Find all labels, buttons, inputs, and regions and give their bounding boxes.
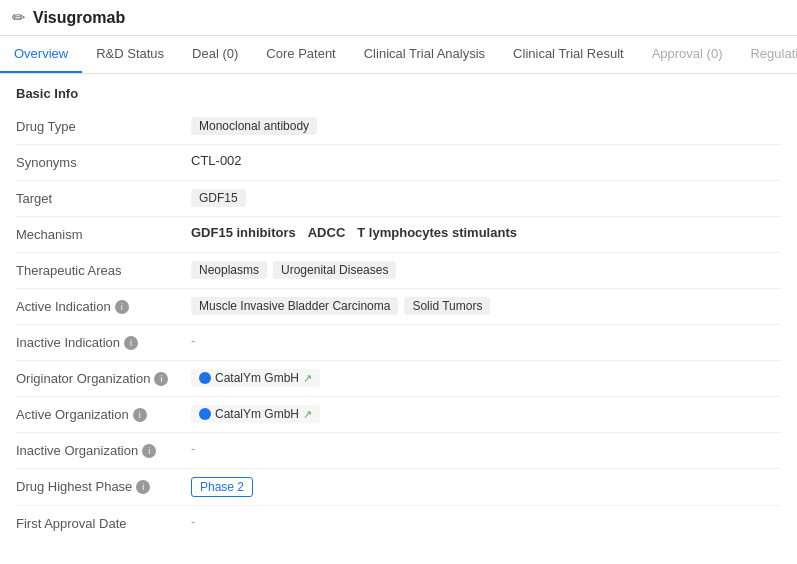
value-drug-highest-phase: Phase 2 (191, 477, 781, 497)
org-icon (199, 372, 211, 384)
value-first-approval-date: - (191, 514, 781, 529)
label-drug-highest-phase: Drug Highest Phasei (16, 477, 191, 494)
value-synonyms: CTL-002 (191, 153, 781, 168)
org-link-icon[interactable]: ↗ (303, 372, 312, 385)
tab-clinical-trial-result[interactable]: Clinical Trial Result (499, 36, 638, 73)
label-first-approval-date: First Approval Date (16, 514, 191, 531)
label-inactive-indication: Inactive Indicationi (16, 333, 191, 350)
tag-active-indication: Solid Tumors (404, 297, 490, 315)
value-target: GDF15 (191, 189, 781, 207)
row-drug-type: Drug TypeMonoclonal antibody (16, 109, 781, 145)
label-therapeutic-areas: Therapeutic Areas (16, 261, 191, 278)
label-active-indication: Active Indicationi (16, 297, 191, 314)
dash-inactive-organization: - (191, 441, 195, 456)
tab-rd-status[interactable]: R&D Status (82, 36, 178, 73)
logo-icon: ✏ (12, 8, 25, 27)
app-header: ✏ Visugromab (0, 0, 797, 36)
row-active-indication: Active IndicationiMuscle Invasive Bladde… (16, 289, 781, 325)
row-active-organization: Active OrganizationiCatalYm GmbH↗ (16, 397, 781, 433)
mechanism-item-2: T lymphocytes stimulants (357, 225, 517, 240)
mechanism-item-1: ADCC (308, 225, 346, 240)
help-icon-originator-organization[interactable]: i (154, 372, 168, 386)
label-originator-organization: Originator Organizationi (16, 369, 191, 386)
tab-bar: OverviewR&D StatusDeal (0)Core PatentCli… (0, 36, 797, 74)
tag-active-indication: Muscle Invasive Bladder Carcinoma (191, 297, 398, 315)
label-drug-type: Drug Type (16, 117, 191, 134)
value-active-indication: Muscle Invasive Bladder CarcinomaSolid T… (191, 297, 781, 315)
row-first-approval-date: First Approval Date- (16, 506, 781, 542)
tab-deal[interactable]: Deal (0) (178, 36, 252, 73)
value-drug-type: Monoclonal antibody (191, 117, 781, 135)
value-originator-organization: CatalYm GmbH↗ (191, 369, 781, 387)
org-chip-originator-organization[interactable]: CatalYm GmbH↗ (191, 369, 320, 387)
org-name: CatalYm GmbH (215, 407, 299, 421)
row-originator-organization: Originator OrganizationiCatalYm GmbH↗ (16, 361, 781, 397)
label-synonyms: Synonyms (16, 153, 191, 170)
value-therapeutic-areas: NeoplasmsUrogenital Diseases (191, 261, 781, 279)
help-icon-inactive-indication[interactable]: i (124, 336, 138, 350)
org-icon (199, 408, 211, 420)
tab-overview[interactable]: Overview (0, 36, 82, 73)
help-icon-active-indication[interactable]: i (115, 300, 129, 314)
row-inactive-indication: Inactive Indicationi- (16, 325, 781, 361)
tag-drug-type: Monoclonal antibody (191, 117, 317, 135)
mechanism-item-0: GDF15 inhibitors (191, 225, 296, 240)
value-inactive-indication: - (191, 333, 781, 348)
text-synonyms: CTL-002 (191, 153, 242, 168)
value-active-organization: CatalYm GmbH↗ (191, 405, 781, 423)
label-active-organization: Active Organizationi (16, 405, 191, 422)
org-name: CatalYm GmbH (215, 371, 299, 385)
org-chip-active-organization[interactable]: CatalYm GmbH↗ (191, 405, 320, 423)
phase-tag[interactable]: Phase 2 (191, 477, 253, 497)
tag-target: GDF15 (191, 189, 246, 207)
drug-name: Visugromab (33, 9, 125, 27)
row-target: TargetGDF15 (16, 181, 781, 217)
row-drug-highest-phase: Drug Highest PhaseiPhase 2 (16, 469, 781, 506)
value-mechanism: GDF15 inhibitors ADCC T lymphocytes stim… (191, 225, 781, 240)
dash-first-approval-date: - (191, 514, 195, 529)
help-icon-inactive-organization[interactable]: i (142, 444, 156, 458)
tab-core-patent[interactable]: Core Patent (252, 36, 349, 73)
label-inactive-organization: Inactive Organizationi (16, 441, 191, 458)
tab-clinical-trial-analysis[interactable]: Clinical Trial Analysis (350, 36, 499, 73)
label-target: Target (16, 189, 191, 206)
tab-regulation: Regulation (0) (736, 36, 797, 73)
org-link-icon[interactable]: ↗ (303, 408, 312, 421)
row-mechanism: MechanismGDF15 inhibitors ADCC T lymphoc… (16, 217, 781, 253)
tag-therapeutic-areas: Neoplasms (191, 261, 267, 279)
help-icon-drug-highest-phase[interactable]: i (136, 480, 150, 494)
info-table: Drug TypeMonoclonal antibodySynonymsCTL-… (0, 109, 797, 542)
value-inactive-organization: - (191, 441, 781, 456)
dash-inactive-indication: - (191, 333, 195, 348)
tag-therapeutic-areas: Urogenital Diseases (273, 261, 396, 279)
help-icon-active-organization[interactable]: i (133, 408, 147, 422)
section-title: Basic Info (0, 74, 797, 109)
label-mechanism: Mechanism (16, 225, 191, 242)
row-synonyms: SynonymsCTL-002 (16, 145, 781, 181)
tab-approval: Approval (0) (638, 36, 737, 73)
row-therapeutic-areas: Therapeutic AreasNeoplasmsUrogenital Dis… (16, 253, 781, 289)
row-inactive-organization: Inactive Organizationi- (16, 433, 781, 469)
